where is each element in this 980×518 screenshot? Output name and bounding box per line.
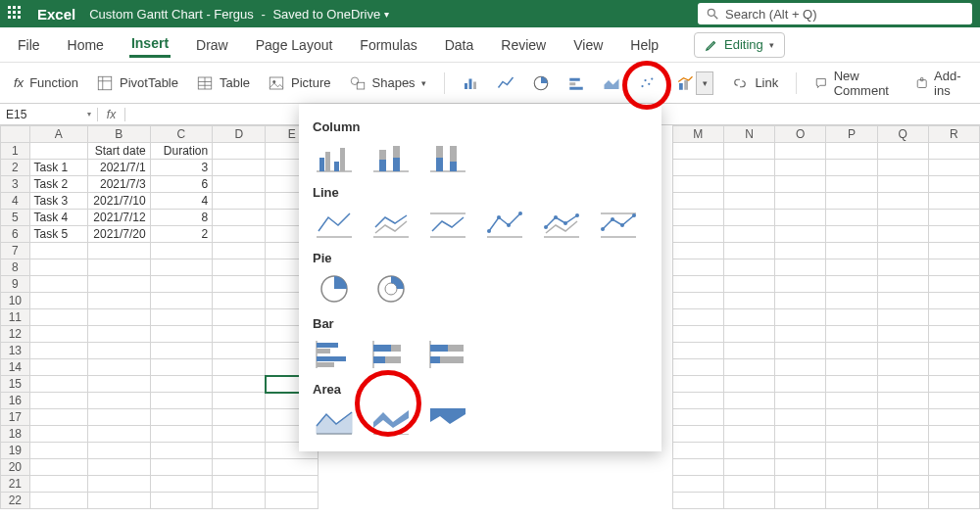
cell-P7[interactable] — [826, 243, 877, 259]
cell-D14[interactable] — [213, 359, 266, 376]
cell-B21[interactable] — [87, 476, 150, 493]
cell-Q10[interactable] — [877, 293, 928, 309]
row-header-3[interactable]: 3 — [1, 176, 30, 193]
col-header-Q[interactable]: Q — [877, 126, 928, 143]
row-header-4[interactable]: 4 — [1, 193, 30, 210]
cell-A18[interactable] — [29, 426, 87, 443]
cell-C2[interactable]: 3 — [150, 160, 213, 176]
cell-B2[interactable]: 2021/7/1 — [87, 160, 150, 176]
pivottable-button[interactable]: PivotTable — [96, 74, 178, 92]
cell-B12[interactable] — [87, 326, 150, 343]
cell-C12[interactable] — [150, 326, 213, 343]
cell-Q20[interactable] — [877, 459, 928, 476]
cell-M8[interactable] — [672, 259, 723, 276]
cell-R19[interactable] — [928, 443, 979, 459]
cell-A17[interactable] — [29, 409, 87, 426]
new-comment-button[interactable]: New Comment — [814, 69, 898, 98]
cell-R22[interactable] — [928, 493, 979, 509]
stacked-line-option[interactable] — [369, 206, 413, 241]
cell-C15[interactable] — [150, 376, 213, 393]
row-header-13[interactable]: 13 — [1, 343, 30, 359]
cell-B19[interactable] — [87, 443, 150, 459]
cell-R11[interactable] — [928, 309, 979, 326]
cell-C17[interactable] — [150, 409, 213, 426]
cell-A20[interactable] — [29, 459, 87, 476]
cell-E21[interactable] — [266, 476, 318, 493]
cell-O8[interactable] — [775, 259, 826, 276]
cell-D1[interactable] — [213, 143, 266, 160]
cell-D12[interactable] — [213, 326, 266, 343]
other-charts-button[interactable]: ▾ — [673, 71, 713, 95]
cell-N21[interactable] — [723, 476, 774, 493]
cell-N9[interactable] — [723, 276, 774, 293]
cell-P3[interactable] — [826, 176, 877, 193]
cell-C1[interactable]: Duration — [150, 143, 213, 160]
cell-M2[interactable] — [672, 160, 723, 176]
cell-P8[interactable] — [826, 259, 877, 276]
cell-A15[interactable] — [29, 376, 87, 393]
cell-A22[interactable] — [29, 493, 87, 509]
cell-R12[interactable] — [928, 326, 979, 343]
row-header-7[interactable]: 7 — [1, 243, 30, 259]
cell-Q18[interactable] — [877, 426, 928, 443]
clustered-column-option[interactable] — [313, 140, 356, 175]
cell-N13[interactable] — [723, 343, 774, 359]
row-header-18[interactable]: 18 — [1, 426, 30, 443]
cell-E22[interactable] — [266, 493, 318, 509]
col-header-A[interactable]: A — [29, 126, 87, 143]
cell-Q13[interactable] — [877, 343, 928, 359]
editing-mode-button[interactable]: Editing ▾ — [694, 32, 785, 58]
stacked-area-option[interactable] — [369, 402, 413, 438]
cell-R14[interactable] — [928, 359, 979, 376]
cell-Q6[interactable] — [877, 226, 928, 243]
tab-data[interactable]: Data — [443, 33, 476, 57]
cell-N8[interactable] — [723, 259, 774, 276]
cell-O13[interactable] — [775, 343, 826, 359]
cell-M11[interactable] — [672, 309, 723, 326]
cell-N10[interactable] — [723, 293, 774, 309]
cell-M14[interactable] — [672, 359, 723, 376]
cell-P14[interactable] — [826, 359, 877, 376]
cell-B15[interactable] — [87, 376, 150, 393]
cell-R3[interactable] — [928, 176, 979, 193]
cell-N17[interactable] — [723, 409, 774, 426]
cell-M22[interactable] — [672, 493, 723, 509]
col-header-R[interactable]: R — [928, 126, 979, 143]
cell-D22[interactable] — [213, 493, 266, 509]
cell-C3[interactable]: 6 — [150, 176, 213, 193]
cell-R4[interactable] — [928, 193, 979, 210]
cell-B18[interactable] — [87, 426, 150, 443]
pie-option[interactable] — [313, 271, 356, 306]
cell-R5[interactable] — [928, 210, 979, 226]
cell-B9[interactable] — [87, 276, 150, 293]
cell-C14[interactable] — [150, 359, 213, 376]
cell-A5[interactable]: Task 4 — [29, 210, 87, 226]
cell-M13[interactable] — [672, 343, 723, 359]
cell-M10[interactable] — [672, 293, 723, 309]
cell-O16[interactable] — [775, 393, 826, 409]
cell-A10[interactable] — [29, 293, 87, 309]
cell-A8[interactable] — [29, 259, 87, 276]
cell-B22[interactable] — [87, 493, 150, 509]
cell-B14[interactable] — [87, 359, 150, 376]
shapes-button[interactable]: Shapes ▾ — [349, 74, 426, 92]
cell-N6[interactable] — [723, 226, 774, 243]
cell-O2[interactable] — [775, 160, 826, 176]
cell-O7[interactable] — [775, 243, 826, 259]
cell-A6[interactable]: Task 5 — [29, 226, 87, 243]
cell-C11[interactable] — [150, 309, 213, 326]
cell-P19[interactable] — [826, 443, 877, 459]
col-header-B[interactable]: B — [87, 126, 150, 143]
cell-D5[interactable] — [213, 210, 266, 226]
cell-P22[interactable] — [826, 493, 877, 509]
cell-C19[interactable] — [150, 443, 213, 459]
cell-D11[interactable] — [213, 309, 266, 326]
cell-R17[interactable] — [928, 409, 979, 426]
cell-N18[interactable] — [723, 426, 774, 443]
tab-review[interactable]: Review — [499, 33, 548, 57]
cell-O4[interactable] — [775, 193, 826, 210]
tab-view[interactable]: View — [571, 33, 605, 57]
cell-P21[interactable] — [826, 476, 877, 493]
cell-C13[interactable] — [150, 343, 213, 359]
cell-O9[interactable] — [775, 276, 826, 293]
